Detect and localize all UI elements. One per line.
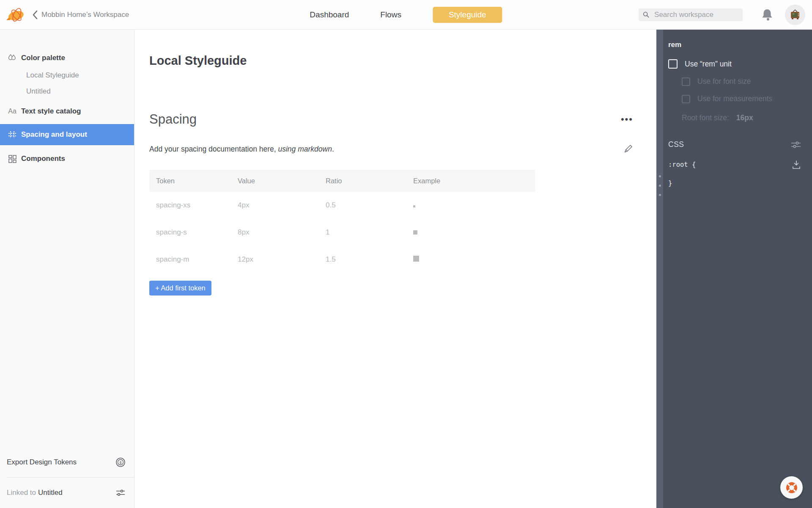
gutter-dot xyxy=(659,175,661,177)
description-prefix: Add your spacing documentation here, xyxy=(149,145,278,153)
checkbox-icon[interactable] xyxy=(668,59,678,69)
use-rem-label: Use “rem” unit xyxy=(685,60,732,69)
sidebar-item-label: Color palette xyxy=(21,54,65,62)
table-row[interactable]: spacing-s 8px 1 xyxy=(149,219,535,246)
sidebar-item-spacing-and-layout[interactable]: Spacing and layout xyxy=(0,124,134,145)
column-header-token: Token xyxy=(149,177,238,185)
sidebar-subitem-untitled[interactable]: Untitled xyxy=(0,83,134,99)
token-ratio: 1.5 xyxy=(326,255,413,264)
token-example xyxy=(413,255,535,264)
use-for-font-size-label: Use for font size xyxy=(697,77,751,86)
droplets-icon xyxy=(7,54,18,62)
section-menu-icon[interactable]: ••• xyxy=(621,117,633,121)
search-box[interactable] xyxy=(639,8,743,21)
gutter-dot xyxy=(659,185,661,187)
linked-prefix: Linked to xyxy=(7,489,36,497)
checkbox-icon-disabled xyxy=(682,95,690,103)
panel-resize-gutter[interactable] xyxy=(656,30,663,508)
linked-styleguide-row[interactable]: Linked toUntitled xyxy=(0,478,134,508)
app-window: Mobbin Home’s Workspace Dashboard Flows … xyxy=(0,0,812,508)
svg-text:$: $ xyxy=(119,461,121,465)
example-swatch xyxy=(413,230,417,235)
text-style-icon: Aa xyxy=(7,108,18,115)
sidebar-subitem-label: Local Styleguide xyxy=(26,71,79,80)
sidebar-item-label: Text style catalog xyxy=(21,107,81,116)
page-title: Local Styleguide xyxy=(149,54,633,68)
example-swatch xyxy=(413,205,415,207)
root-font-size-row: Root font size: 16px xyxy=(682,113,801,122)
components-icon xyxy=(7,155,18,163)
table-header-row: Token Value Ratio Example xyxy=(149,170,535,192)
nav-styleguide[interactable]: Styleguide xyxy=(433,7,502,23)
token-value: 4px xyxy=(238,201,326,210)
export-design-tokens-button[interactable]: Export Design Tokens $ xyxy=(0,447,134,477)
zeplin-logo[interactable] xyxy=(6,6,25,24)
token-coin-icon: $ xyxy=(115,457,126,467)
sidebar-item-text-style-catalog[interactable]: Aa Text style catalog xyxy=(0,102,134,121)
tv-avatar-icon xyxy=(789,9,801,21)
use-for-font-size-checkbox-row: Use for font size xyxy=(682,77,801,86)
sidebar-subitem-local-styleguide[interactable]: Local Styleguide xyxy=(0,67,134,83)
gutter-dot xyxy=(659,194,661,196)
nav-dashboard[interactable]: Dashboard xyxy=(310,10,349,19)
css-section-title: CSS xyxy=(668,140,684,149)
inspector-panel: rem Use “rem” unit Use for font size Use… xyxy=(656,30,812,508)
token-name: spacing-m xyxy=(149,255,238,264)
linked-target: Untitled xyxy=(38,489,63,497)
description-italic: using markdown xyxy=(278,145,332,153)
column-header-example: Example xyxy=(413,177,535,185)
edit-pencil-icon[interactable] xyxy=(623,144,633,154)
token-value: 8px xyxy=(238,228,326,237)
section-title: Spacing xyxy=(149,112,197,127)
sidebar-item-label: Spacing and layout xyxy=(21,130,87,139)
download-icon[interactable] xyxy=(792,160,801,169)
token-value: 12px xyxy=(238,255,326,264)
example-swatch xyxy=(413,256,419,262)
code-root-open: :root { xyxy=(668,160,696,169)
description-suffix: . xyxy=(332,145,334,153)
sidebar-item-label: Components xyxy=(21,155,65,163)
token-ratio: 1 xyxy=(326,228,413,237)
sidebar-subitem-label: Untitled xyxy=(26,87,51,96)
use-for-measurements-checkbox-row: Use for measurements xyxy=(682,94,801,103)
column-header-value: Value xyxy=(238,177,326,185)
export-design-tokens-label: Export Design Tokens xyxy=(7,458,77,467)
nav-flows[interactable]: Flows xyxy=(380,10,401,19)
table-row[interactable]: spacing-m 12px 1.5 xyxy=(149,246,535,273)
table-row[interactable]: spacing-xs 4px 0.5 xyxy=(149,192,535,219)
token-name: spacing-s xyxy=(149,228,238,237)
workspace-title[interactable]: Mobbin Home’s Workspace xyxy=(41,11,129,19)
user-avatar[interactable] xyxy=(785,5,805,25)
code-root-close: } xyxy=(668,179,801,188)
use-for-measurements-label: Use for measurements xyxy=(697,94,772,103)
main-content: Local Styleguide Spacing ••• Add your sp… xyxy=(135,30,656,508)
column-header-ratio: Ratio xyxy=(326,177,413,185)
add-first-token-button[interactable]: + Add first token xyxy=(149,281,211,295)
back-chevron-icon[interactable] xyxy=(32,10,38,19)
sidebar: Color palette Local Styleguide Untitled … xyxy=(0,30,134,508)
primary-nav: Dashboard Flows Styleguide xyxy=(310,7,502,23)
sliders-icon xyxy=(115,488,126,497)
rem-section-title: rem xyxy=(668,41,801,49)
token-ratio: 0.5 xyxy=(326,201,413,210)
notifications-bell-icon[interactable] xyxy=(761,8,773,21)
use-rem-checkbox-row[interactable]: Use “rem” unit xyxy=(668,59,801,69)
token-name: spacing-xs xyxy=(149,201,238,210)
help-button[interactable] xyxy=(780,476,803,499)
token-example xyxy=(413,228,535,237)
css-code-block[interactable]: :root { } xyxy=(668,160,801,188)
root-font-size-label: Root font size: xyxy=(682,113,729,122)
search-icon xyxy=(643,11,649,18)
linked-text: Linked toUntitled xyxy=(7,489,63,497)
checkbox-icon-disabled xyxy=(682,77,690,86)
spacing-grid-icon xyxy=(7,131,18,138)
search-input[interactable] xyxy=(653,10,738,19)
sidebar-item-components[interactable]: Components xyxy=(0,149,134,168)
sidebar-item-color-palette[interactable]: Color palette xyxy=(0,49,134,67)
topbar: Mobbin Home’s Workspace Dashboard Flows … xyxy=(0,0,812,30)
spacing-token-table: Token Value Ratio Example spacing-xs 4px… xyxy=(149,170,535,273)
css-options-sliders-icon[interactable] xyxy=(791,141,801,149)
token-example xyxy=(413,201,535,210)
section-description: Add your spacing documentation here, usi… xyxy=(149,145,334,154)
root-font-size-value: 16px xyxy=(736,113,753,122)
